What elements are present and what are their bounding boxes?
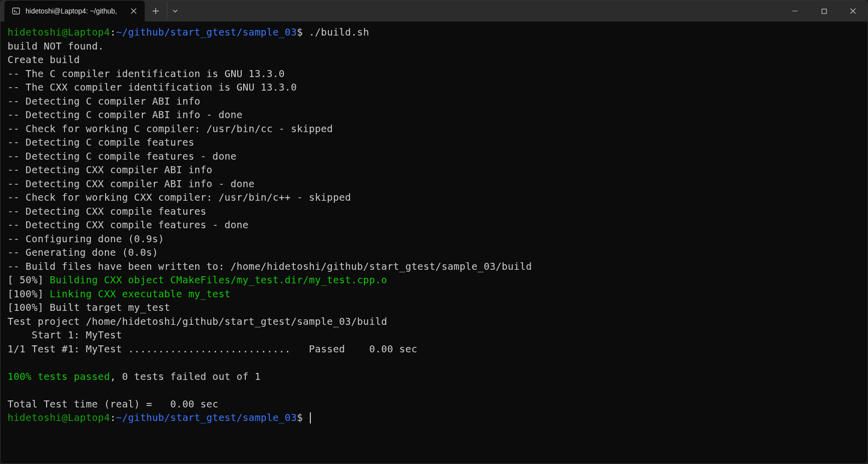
build-percent: [ 50%] [8,274,50,286]
output-line: -- Detecting CXX compiler ABI info - don… [8,178,255,190]
terminal-tab[interactable]: hidetoshi@Laptop4: ~/github, [5,1,145,22]
output-line: -- Detecting CXX compile features [8,206,206,217]
tab-close-button[interactable] [129,6,139,16]
maximize-button[interactable] [809,1,838,22]
close-window-button[interactable] [838,1,867,22]
prompt-path: ~/github/start_gtest/sample_03 [116,412,297,423]
output-line: Test project /home/hidetoshi/github/star… [8,316,387,327]
tests-passed: 100% tests passed [8,371,110,382]
output-line: -- Detecting CXX compiler ABI info [8,164,212,176]
build-text: Building CXX object CMakeFiles/my_test.d… [50,274,387,286]
tab-title: hidetoshi@Laptop4: ~/github, [26,7,124,15]
svg-rect-0 [13,8,20,14]
prompt-userhost: hidetoshi@Laptop4 [8,412,110,423]
output-line: -- Configuring done (0.9s) [8,233,164,245]
output-line: -- Detecting CXX compile features - done [8,219,249,231]
build-text: Linking CXX executable my_test [50,288,230,300]
output-line: -- Detecting C compile features - done [8,151,237,162]
output-line: 1/1 Test #1: MyTest ....................… [8,343,417,355]
output-line: -- Build files have been written to: /ho… [8,261,532,272]
terminal-icon [12,7,21,16]
prompt-path: ~/github/start_gtest/sample_03 [116,27,297,38]
window-controls [780,1,867,22]
build-percent: [100%] [8,288,50,300]
output-line: -- Detecting C compiler ABI info [8,96,200,107]
output-line: Start 1: MyTest [8,329,122,341]
cursor [310,412,311,423]
prompt-colon: : [110,27,116,38]
new-tab-button[interactable] [147,2,165,20]
output-line: -- Detecting C compile features [8,137,194,148]
output-line: Create build [8,54,80,66]
titlebar: hidetoshi@Laptop4: ~/github, [1,1,867,22]
tests-passed-rest: , 0 tests failed out of 1 [110,371,261,382]
terminal-content[interactable]: hidetoshi@Laptop4:~/github/start_gtest/s… [1,22,867,463]
prompt-colon: : [110,412,116,423]
output-line: -- Check for working C compiler: /usr/bi… [8,123,333,135]
minimize-button[interactable] [780,1,809,22]
prompt-userhost: hidetoshi@Laptop4 [8,27,110,38]
output-line: -- Check for working CXX compiler: /usr/… [8,192,351,203]
prompt-dollar: $ [297,27,303,38]
prompt-dollar: $ [297,412,303,423]
output-line: -- The C compiler identification is GNU … [8,68,285,80]
output-line: -- Generating done (0.0s) [8,247,158,258]
output-line: build NOT found. [8,41,104,52]
tab-dropdown-button[interactable] [167,2,183,20]
svg-rect-7 [822,9,826,14]
output-line: [100%] Built target my_test [8,302,170,313]
command-text: ./build.sh [303,27,369,38]
output-line: -- Detecting C compiler ABI info - done [8,109,243,121]
output-line: Total Test time (real) = 0.00 sec [8,398,218,410]
output-line: -- The CXX compiler identification is GN… [8,82,297,93]
